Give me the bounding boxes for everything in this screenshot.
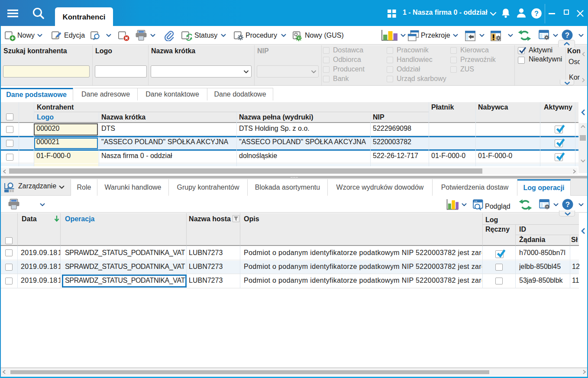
svg-text:?: ? [534, 10, 539, 17]
